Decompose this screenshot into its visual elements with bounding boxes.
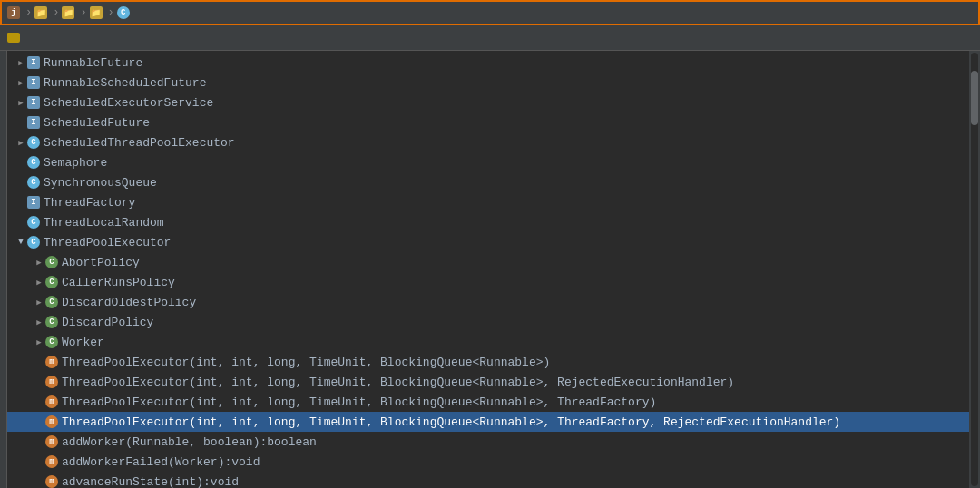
folder-icon-concurrent: 📁 [90,6,103,19]
tree-row[interactable]: maddWorkerFailed(Worker):void [7,452,969,472]
class_inner-icon: C [45,296,58,308]
breadcrumb-item-java[interactable]: 📁 [34,6,50,19]
tree-item-label: RunnableScheduledFuture [44,76,206,90]
project-folder-icon [7,33,20,43]
class-icon: C [27,236,40,249]
tree-row[interactable]: CSemaphore [7,152,969,172]
method-icon: m [45,356,58,368]
jar-icon: j [7,6,20,19]
interface-icon: I [27,196,40,209]
tree-panel[interactable]: ▶IRunnableFuture▶IRunnableScheduledFutur… [7,51,969,488]
method-icon: m [45,395,58,408]
tree-row[interactable]: mThreadPoolExecutor(int, int, long, Time… [7,412,969,432]
method-icon: m [45,415,58,428]
breadcrumb-sep-3: › [80,6,86,19]
tree-item-label: ThreadPoolExecutor(int, int, long, TimeU… [62,415,840,429]
tree-arrow[interactable]: ▶ [33,256,45,268]
tree-row[interactable]: ▶CScheduledThreadPoolExecutor [7,132,969,152]
tree-item-label: ScheduledFuture [44,116,150,130]
tree-item-label: Semaphore [44,156,107,170]
tree-item-label: AbortPolicy [62,256,140,269]
tree-row[interactable]: ▶CAbortPolicy [7,252,969,272]
toolbar-earth-button[interactable] [900,29,918,47]
breadcrumb-item-threadpoolexecutor[interactable]: C [117,6,132,19]
toolbar-minimize-button[interactable] [955,29,973,47]
project-title[interactable] [7,33,29,43]
tree-row[interactable]: ▶CDiscardPolicy [7,312,969,332]
method-icon: m [45,376,58,388]
tree-item-label: advanceRunState(int):void [62,475,239,489]
tree-arrow[interactable]: ▼ [15,236,27,249]
main-content: ▶IRunnableFuture▶IRunnableScheduledFutur… [0,51,980,488]
tree-row[interactable]: ▶IScheduledExecutorService [7,93,969,112]
breadcrumb-item-concurrent[interactable]: 📁 [90,6,105,19]
tree-row[interactable]: IScheduledFuture [7,112,969,132]
tree-arrow[interactable]: ▶ [33,336,45,348]
tree-row[interactable]: CSynchronousQueue [7,172,969,192]
class-icon: C [27,136,40,149]
interface-icon: I [27,56,40,69]
tree-row[interactable]: CThreadLocalRandom [7,212,969,232]
tree-item-label: DiscardOldestPolicy [62,296,196,309]
breadcrumb-item-rtjar[interactable]: j [7,6,23,19]
tree-item-label: CallerRunsPolicy [62,276,175,289]
tree-row[interactable]: mThreadPoolExecutor(int, int, long, Time… [7,352,969,372]
tree-row[interactable]: ▶IRunnableFuture [7,53,969,73]
tree-arrow[interactable]: ▶ [15,76,27,89]
tree-item-label: ScheduledExecutorService [44,96,213,110]
tree-arrow[interactable]: ▶ [33,316,45,328]
tree-row[interactable]: ▶CDiscardOldestPolicy [7,292,969,312]
tree-item-label: ThreadPoolExecutor(int, int, long, TimeU… [62,376,734,389]
class_inner-icon: C [45,276,58,288]
interface-icon: I [27,76,40,89]
scrollbar[interactable] [969,51,980,488]
tree-row[interactable]: maddWorker(Runnable, boolean):boolean [7,432,969,452]
tree-item-label: addWorker(Runnable, boolean):boolean [62,435,317,449]
tree-row[interactable]: ▶CCallerRunsPolicy [7,272,969,292]
breadcrumb-sep-1: › [25,6,32,19]
class_inner-icon: C [45,256,58,268]
tree-row[interactable]: ▶IRunnableScheduledFuture [7,73,969,93]
tree-row[interactable]: IThreadFactory [7,192,969,212]
tree-item-label: ScheduledThreadPoolExecutor [44,136,235,150]
tree-arrow[interactable]: ▶ [15,136,27,149]
folder-icon-util: 📁 [62,6,74,19]
tree-arrow[interactable]: ▶ [33,296,45,308]
breadcrumb-bar: j › 📁 › 📁 › 📁 › C [0,0,980,25]
tree-item-label: ThreadPoolExecutor [44,236,171,249]
tree-row[interactable]: madvanceRunState(int):void [7,472,969,488]
tree-item-label: ThreadPoolExecutor(int, int, long, TimeU… [62,356,550,369]
tree-arrow[interactable]: ▶ [15,56,27,69]
breadcrumb-sep-4: › [108,6,114,19]
scroll-track [971,53,978,486]
tree-row[interactable]: ▶CWorker [7,332,969,352]
tree-arrow[interactable]: ▶ [33,276,45,288]
tree-item-label: SynchronousQueue [44,176,157,190]
tree-row[interactable]: ▼CThreadPoolExecutor [7,232,969,252]
method-icon: m [45,475,58,488]
scroll-thumb [971,71,978,125]
method-icon: m [45,455,58,468]
toolbar-gear-button[interactable] [936,29,955,47]
folder-icon-java: 📁 [34,6,47,19]
left-border [0,51,7,488]
tree-arrow[interactable]: ▶ [15,96,27,109]
breadcrumb-sep-2: › [53,6,59,19]
class_inner-icon: C [45,336,58,348]
breadcrumb-item-util[interactable]: 📁 [62,6,77,19]
interface-icon: I [27,116,40,129]
tree-item-label: ThreadPoolExecutor(int, int, long, TimeU… [62,395,656,409]
class-icon-tpe: C [117,6,130,19]
class-icon: C [27,176,40,189]
tree-item-label: RunnableFuture [44,56,142,70]
tree-row[interactable]: mThreadPoolExecutor(int, int, long, Time… [7,392,969,412]
tree-row[interactable]: mThreadPoolExecutor(int, int, long, Time… [7,372,969,392]
tree-item-label: ThreadFactory [44,196,135,210]
toolbar-sort-button[interactable] [918,29,936,47]
method-icon: m [45,435,58,448]
class-icon: C [27,216,40,229]
class_inner-icon: C [45,316,58,328]
tree-item-label: DiscardPolicy [62,316,153,329]
tree-item-label: Worker [62,336,104,349]
class-icon: C [27,156,40,169]
